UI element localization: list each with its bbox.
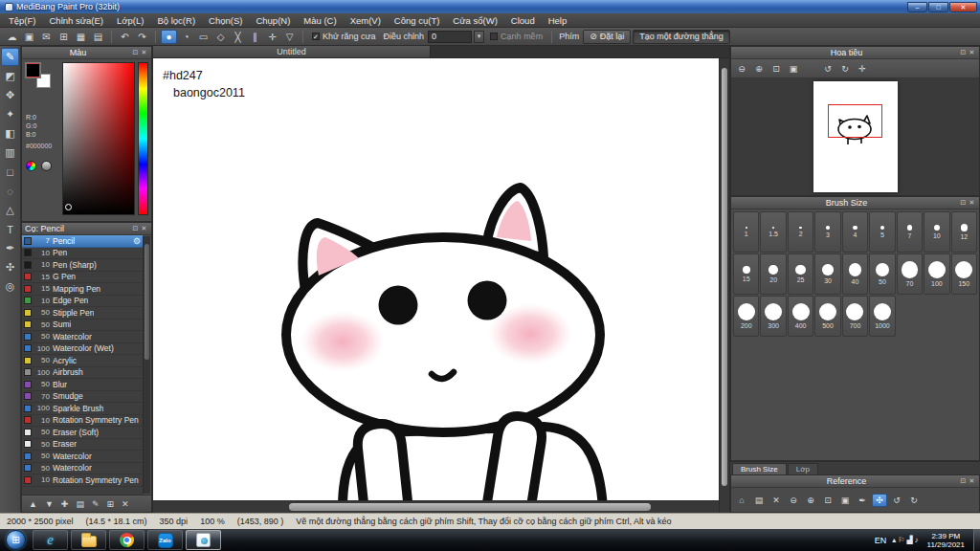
brush-item[interactable]: 50 Eraser ⚙ [22, 439, 143, 452]
brush-item[interactable]: 50 Blur ⚙ [22, 379, 143, 391]
float-panel-icon[interactable]: ⊡ [959, 477, 968, 485]
brush-down-icon[interactable]: ▼ [45, 499, 54, 509]
clock[interactable]: 2:39 PM 11/29/2021 [927, 532, 965, 549]
brush-item[interactable]: 10 Pen (Sharp) ⚙ [22, 259, 143, 272]
canvas-vscrollbar[interactable] [719, 58, 729, 513]
brush-size-option[interactable]: 1000 [869, 296, 895, 337]
panel-tab[interactable]: Lớp [788, 463, 818, 474]
foreground-color-swatch[interactable] [26, 63, 40, 77]
brush-size-option[interactable]: 7 [897, 211, 923, 253]
delete-brush-icon[interactable]: ✕ [122, 499, 129, 509]
lasso-tool-icon[interactable]: ◌ [1, 182, 19, 200]
hand-tool-icon[interactable]: ✣ [1, 258, 19, 276]
minimize-button[interactable]: – [907, 2, 927, 12]
ref-zoom-in-icon[interactable]: ⊕ [803, 494, 818, 507]
internet-explorer-icon[interactable] [33, 530, 68, 550]
brush-item[interactable]: 50 Watercolor ⚙ [22, 463, 143, 475]
brush-settings-gear-icon[interactable]: ⚙ [133, 236, 141, 246]
correction-dropdown-icon[interactable]: ▾ [474, 31, 484, 43]
ref-rotate-right-icon[interactable]: ↻ [906, 494, 922, 507]
brush-size-option[interactable]: 1 [733, 211, 759, 253]
brush-size-option[interactable]: 30 [814, 253, 840, 295]
brush-size-option[interactable]: 300 [760, 296, 786, 337]
brush-item[interactable]: 50 Watercolor ⚙ [22, 331, 143, 343]
brush-size-option[interactable]: 5 [869, 211, 895, 253]
cloud-icon[interactable]: ☁ [4, 30, 20, 44]
brush-size-option[interactable]: 100 [924, 253, 949, 295]
ref-rotate-left-icon[interactable]: ↺ [889, 494, 904, 507]
menu-item[interactable]: Màu (C) [297, 13, 343, 27]
ref-actual-size-icon[interactable]: ▣ [837, 494, 853, 507]
brush-item[interactable]: 100 Watercolor (Wet) ⚙ [22, 343, 143, 356]
brush-item[interactable]: 50 Watercolor ⚙ [22, 451, 143, 463]
network-icon[interactable]: ▟ [906, 536, 912, 544]
brush-item[interactable]: 50 Eraser (Soft) ⚙ [22, 427, 143, 439]
brush-item[interactable]: 7 Pencil ⚙ [22, 235, 143, 248]
explorer-icon[interactable] [71, 530, 106, 550]
brush-list-scrollbar[interactable] [143, 236, 150, 494]
close-panel-icon[interactable]: ✕ [140, 49, 148, 56]
add-brush-icon[interactable]: ✚ [61, 499, 69, 509]
brush-size-option[interactable]: 700 [842, 296, 868, 337]
fill-tool-icon[interactable]: ◧ [1, 124, 19, 143]
medibang-icon[interactable] [186, 530, 221, 550]
menu-item[interactable]: Help [542, 13, 574, 27]
rect-shape-icon[interactable]: ▭ [195, 30, 212, 44]
language-indicator[interactable]: EN [875, 536, 887, 545]
polygon-shape-icon[interactable]: ◇ [212, 30, 229, 44]
scrollbar-thumb[interactable] [289, 503, 651, 511]
save-icon[interactable]: ▣ [21, 30, 37, 44]
material-icon[interactable]: ▤ [90, 30, 106, 44]
brush-item[interactable]: 10 Rotation Symmetry Pen ⚙ [22, 474, 143, 487]
canvas-hscrollbar[interactable] [153, 500, 719, 513]
brush-size-option[interactable]: 500 [814, 296, 840, 337]
color-slider-icon[interactable] [41, 161, 52, 171]
nav-actual-size-icon[interactable]: ▣ [786, 62, 801, 76]
undo-icon[interactable]: ↶ [117, 30, 133, 44]
ref-open-icon[interactable]: ▤ [751, 494, 767, 507]
brush-size-option[interactable]: 70 [897, 253, 923, 295]
brush-size-option[interactable]: 200 [733, 296, 759, 337]
brush-size-option[interactable]: 150 [951, 253, 977, 295]
chrome-icon[interactable] [109, 530, 145, 550]
canvas-tab[interactable]: Untitled [153, 46, 431, 57]
hidden-icons-arrow-icon[interactable]: ▴ [892, 536, 896, 544]
scrollbar-thumb[interactable] [145, 244, 149, 360]
float-panel-icon[interactable]: ⊡ [959, 199, 968, 207]
snap-parallel-icon[interactable]: ∥ [247, 30, 263, 44]
menu-item[interactable]: Bộ lọc(R) [150, 13, 202, 27]
float-panel-icon[interactable]: ⊡ [959, 49, 968, 56]
duplicate-brush-icon[interactable]: ⊞ [106, 499, 114, 509]
pen-tool-icon[interactable]: ✎ [1, 48, 19, 66]
brush-mode-icon[interactable]: ● [161, 30, 177, 44]
eraser-tool-icon[interactable]: ◩ [1, 67, 19, 85]
nav-fit-icon[interactable]: ⊡ [768, 62, 784, 76]
brush-size-option[interactable]: 1.5 [760, 211, 786, 253]
close-panel-icon[interactable]: ✕ [968, 199, 976, 207]
brush-size-option[interactable]: 4 [842, 211, 868, 253]
reset-button[interactable]: ⊘ Đặt lại [583, 30, 631, 44]
brush-size-option[interactable]: 15 [733, 253, 759, 295]
edit-brush-icon[interactable]: ✎ [92, 499, 100, 509]
brush-item[interactable]: 70 Smudge ⚙ [22, 391, 143, 404]
gradient-tool-icon[interactable]: ▥ [1, 143, 19, 162]
close-button[interactable]: ✕ [949, 2, 977, 12]
make-line-button[interactable]: Tạo một đường thẳng [633, 30, 729, 44]
brush-item[interactable]: 50 Acrylic ⚙ [22, 355, 143, 367]
brush-size-option[interactable]: 40 [842, 253, 868, 295]
brush-item[interactable]: 100 Sparkle Brush ⚙ [22, 403, 143, 415]
menu-item[interactable]: Cửa sổ(W) [446, 13, 503, 27]
brush-item[interactable]: 10 Edge Pen ⚙ [22, 296, 143, 308]
ref-eyedropper-icon[interactable]: ✒ [855, 494, 870, 507]
saturation-value-box[interactable] [62, 62, 135, 215]
nav-rotate-left-icon[interactable]: ↺ [820, 62, 835, 76]
grid-icon[interactable]: ▦ [73, 30, 89, 44]
antialias-checkbox[interactable]: ✓ Khử răng cưa [312, 32, 376, 41]
ref-hand-icon[interactable]: ✣ [872, 494, 887, 507]
comment-icon[interactable]: ✉ [38, 30, 55, 44]
volume-icon[interactable]: ♪ [915, 536, 919, 544]
brush-folder-icon[interactable]: ▤ [76, 499, 84, 509]
navigator-viewport[interactable] [828, 104, 882, 138]
menu-item[interactable]: Chọn(S) [202, 13, 249, 27]
brush-size-option[interactable]: 2 [788, 211, 813, 253]
